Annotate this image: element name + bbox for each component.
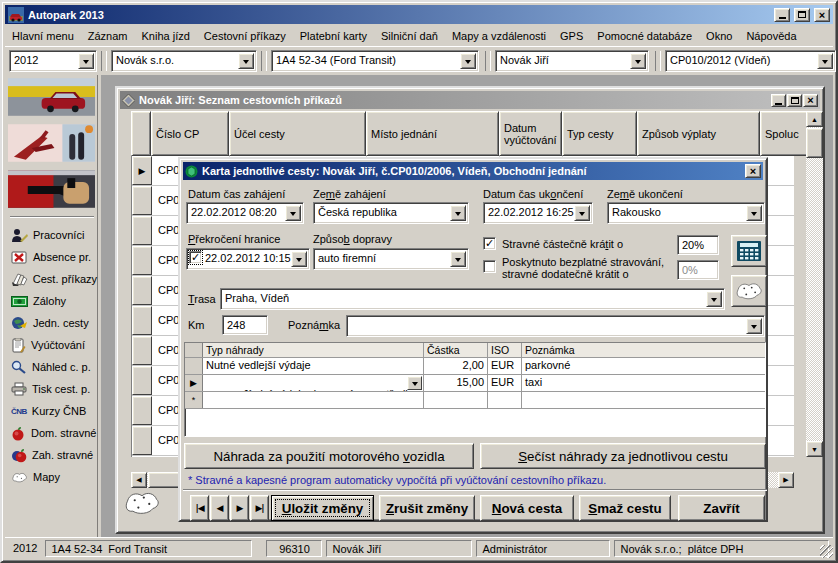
sidebar-item-jedn-cesty[interactable]: Jedn. cesty bbox=[5, 312, 97, 334]
column-header[interactable]: Místo jednání bbox=[366, 111, 499, 156]
company-select[interactable]: Novák s.r.o. bbox=[111, 50, 257, 72]
start-country-combo[interactable]: Česká republika bbox=[313, 202, 469, 224]
dropdown-icon[interactable] bbox=[78, 53, 94, 69]
sidebar-item-mapy[interactable]: Mapy bbox=[5, 466, 97, 488]
save-button[interactable]: Uložit změny bbox=[271, 495, 374, 521]
menu-hlavni-menu[interactable]: Hlavní menu bbox=[5, 28, 81, 44]
column-header[interactable]: Způsob výplaty bbox=[637, 111, 760, 156]
maximize-icon[interactable] bbox=[787, 94, 802, 107]
column-header[interactable]: Typ cesty bbox=[562, 111, 637, 156]
travel-orders-titlebar: Novák Jiří: Seznam cestovních příkazů × bbox=[120, 91, 820, 109]
close-icon[interactable]: × bbox=[803, 94, 818, 107]
remark-combo[interactable] bbox=[346, 315, 765, 337]
sidebar-item-pracovnici[interactable]: Pracovníci bbox=[5, 224, 97, 246]
menu-okno[interactable]: Okno bbox=[699, 28, 739, 44]
dropdown-icon[interactable] bbox=[238, 53, 254, 69]
maps-icon bbox=[11, 471, 28, 484]
border-crossing-combo[interactable]: ✓ 22.02.2012 10:15 bbox=[186, 248, 310, 270]
meal-reduction-label: Stravné částečně krátit o bbox=[502, 238, 623, 250]
menu-kniha-jizd[interactable]: Kniha jízd bbox=[135, 28, 197, 44]
menu-napoveda[interactable]: Nápověda bbox=[739, 28, 803, 44]
record-last-button[interactable]: ▶| bbox=[250, 495, 269, 521]
dropdown-icon[interactable] bbox=[285, 205, 301, 221]
menu-gps[interactable]: GPS bbox=[553, 28, 590, 44]
resize-grip[interactable] bbox=[820, 545, 833, 558]
sidebar-item-kurzy-cnb[interactable]: ČNB Kurzy ČNB bbox=[5, 400, 97, 422]
vehicle-compensation-button[interactable]: Náhrada za použití motorového vozidla bbox=[184, 443, 474, 469]
scrollbar-thumb[interactable] bbox=[806, 128, 823, 158]
year-select[interactable]: 2012 bbox=[9, 50, 97, 72]
sidebar-item-zah-stravne[interactable]: Zah. stravné bbox=[5, 444, 97, 466]
km-field[interactable]: 248 bbox=[222, 315, 268, 335]
dropdown-icon[interactable] bbox=[291, 251, 307, 267]
column-header[interactable]: Datum vyúčtování bbox=[499, 111, 562, 156]
column-header[interactable]: Spoluc bbox=[760, 111, 812, 156]
dropdown-icon[interactable] bbox=[450, 251, 466, 267]
dropdown-icon[interactable] bbox=[450, 205, 466, 221]
transport-mode-combo[interactable]: auto firemní bbox=[313, 248, 469, 270]
sidebar-item-zalohy[interactable]: Zálohy bbox=[5, 290, 97, 312]
menu-mapy-a-vzdalenosti[interactable]: Mapy a vzdálenosti bbox=[445, 28, 553, 44]
sidebar-item-tisk[interactable]: Tisk cest. p. bbox=[5, 378, 97, 400]
dropdown-icon[interactable] bbox=[630, 53, 646, 69]
free-meals-percent-field[interactable]: 0% bbox=[677, 260, 719, 280]
dropdown-icon[interactable] bbox=[817, 53, 833, 69]
dropdown-icon[interactable] bbox=[746, 205, 762, 221]
driver-select[interactable]: Novák Jiří bbox=[495, 50, 649, 72]
end-country-combo[interactable]: Rakousko bbox=[607, 202, 765, 224]
dropdown-icon[interactable] bbox=[746, 318, 762, 334]
table-header: Číslo CP Účel cesty Místo jednání Datum … bbox=[131, 111, 812, 156]
grid-type-combo[interactable]: Jízdní výdaje dopravním prostředkem bbox=[203, 375, 424, 391]
map-button[interactable] bbox=[731, 275, 767, 307]
minimize-icon[interactable] bbox=[771, 94, 786, 107]
sidebar-item-nahled-cp[interactable]: Náhled c. p. bbox=[5, 356, 97, 378]
menu-cestovni-prikazy[interactable]: Cestovní příkazy bbox=[197, 28, 293, 44]
maximize-icon[interactable] bbox=[794, 8, 810, 22]
close-button[interactable]: Zavřít bbox=[678, 495, 765, 521]
route-combo[interactable]: Praha, Vídeň bbox=[220, 288, 725, 310]
minimize-icon[interactable] bbox=[774, 8, 790, 22]
record-prev-button[interactable]: ◀ bbox=[210, 495, 229, 521]
meal-reduction-checkbox[interactable]: ✓ bbox=[483, 237, 496, 250]
vertical-scrollbar[interactable]: ▲ ▼ bbox=[806, 111, 823, 457]
sidebar-item-absence[interactable]: Absence pr. bbox=[5, 246, 97, 268]
scroll-right-icon[interactable]: ▶ bbox=[778, 472, 794, 488]
calculator-button[interactable] bbox=[731, 235, 767, 267]
border-crossing-checkbox[interactable]: ✓ bbox=[189, 251, 202, 264]
scroll-down-icon[interactable]: ▼ bbox=[806, 441, 823, 457]
record-next-button[interactable]: ▶ bbox=[230, 495, 249, 521]
sidebar-item-dom-stravne[interactable]: Dom. stravné bbox=[5, 422, 97, 444]
grid-row[interactable]: Nutné vedlejší výdaje 2,00 EUR parkovné bbox=[185, 358, 765, 375]
start-datetime-combo[interactable]: 22.02.2012 08:20 bbox=[186, 202, 304, 224]
column-header[interactable]: Číslo CP bbox=[151, 111, 229, 156]
window-title: Novák Jiří: Seznam cestovních příkazů bbox=[139, 94, 767, 106]
scroll-left-icon[interactable]: ◀ bbox=[131, 472, 147, 488]
grid-row-current[interactable]: ▶ Jízdní výdaje dopravním prostředkem 15… bbox=[185, 375, 765, 392]
delete-trip-button[interactable]: Smaž cestu bbox=[579, 495, 671, 521]
trip-select[interactable]: CP010/2012 (Vídeň) bbox=[665, 50, 836, 72]
scroll-up-icon[interactable]: ▲ bbox=[806, 111, 823, 127]
menu-pomocne-databaze[interactable]: Pomocné databáze bbox=[590, 28, 699, 44]
sum-trip-button[interactable]: Sečíst náhrady za jednotlivou cestu bbox=[480, 443, 766, 469]
status-driver: Novák Jiří bbox=[326, 540, 472, 557]
dropdown-icon[interactable] bbox=[407, 376, 422, 390]
menu-platebni-karty[interactable]: Platební karty bbox=[293, 28, 374, 44]
cancel-button[interactable]: Zrušit změny bbox=[379, 495, 475, 521]
sidebar-item-vyuctovani[interactable]: Vyúčtování bbox=[5, 334, 97, 356]
sidebar-item-cest-prikazy[interactable]: Cest. příkazy bbox=[5, 268, 97, 290]
end-datetime-combo[interactable]: 22.02.2012 16:25 bbox=[483, 202, 593, 224]
column-header[interactable]: Účel cesty bbox=[229, 111, 366, 156]
close-icon[interactable]: × bbox=[745, 164, 761, 178]
new-trip-button[interactable]: Nová cesta bbox=[480, 495, 574, 521]
grid-row-new[interactable]: * bbox=[185, 392, 765, 409]
menu-silnicni-dan[interactable]: Silniční daň bbox=[374, 28, 445, 44]
record-first-button[interactable]: |◀ bbox=[190, 495, 209, 521]
meal-reduction-percent-field[interactable]: 20% bbox=[677, 235, 719, 255]
dropdown-icon[interactable] bbox=[574, 205, 590, 221]
menu-zaznam[interactable]: Záznam bbox=[81, 28, 135, 44]
vehicle-select[interactable]: 1A4 52-34 (Ford Transit) bbox=[271, 50, 479, 72]
dropdown-icon[interactable] bbox=[460, 53, 476, 69]
free-meals-checkbox[interactable] bbox=[483, 260, 496, 273]
close-icon[interactable]: × bbox=[814, 8, 830, 22]
dropdown-icon[interactable] bbox=[706, 291, 722, 307]
